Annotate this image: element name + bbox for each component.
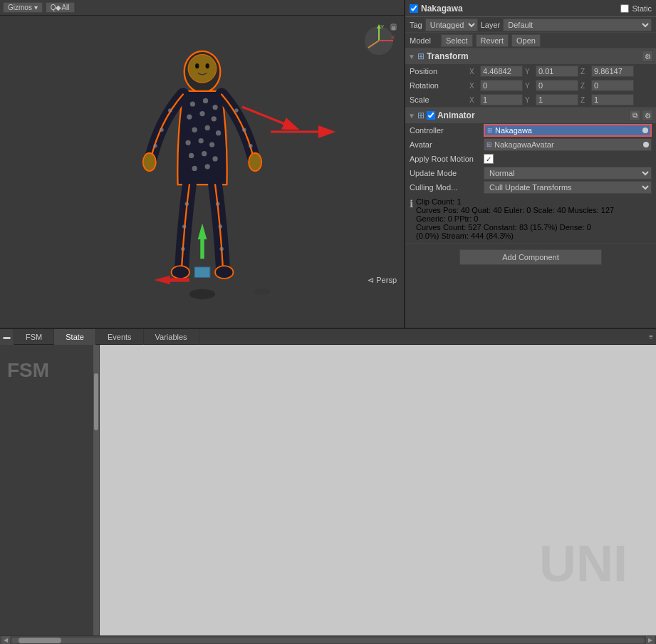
avatar-value[interactable]: ⊞ NakagawaAvatar (484, 138, 652, 151)
scroll-left-btn[interactable]: ◀ (1, 636, 10, 645)
culling-mode-select[interactable]: Cull Update Transforms (484, 181, 652, 194)
all-button[interactable]: Q◆All (46, 2, 75, 13)
animator-header[interactable]: ▼ ⊞ Animator ⧉ ⚙ (405, 108, 656, 123)
controller-value[interactable]: ⊞ Nakagawa (484, 124, 652, 137)
tab-variables[interactable]: Variables (144, 329, 199, 345)
rot-z-input[interactable] (591, 80, 634, 91)
svg-point-13 (185, 140, 190, 145)
collapse-button[interactable]: ▬ (0, 329, 14, 345)
tab-options[interactable]: ≡ (646, 331, 656, 342)
open-button[interactable]: Open (511, 34, 541, 47)
info-line4: Curves Count: 527 Constant: 83 (15.7%) D… (416, 223, 614, 232)
svg-point-1 (188, 54, 217, 83)
update-mode-select[interactable]: Normal (484, 167, 652, 180)
rotation-field: X Y Z (469, 80, 652, 91)
info-icon: ℹ (410, 198, 413, 209)
pos-z-input[interactable] (591, 66, 634, 77)
info-line2: Curves Pos: 40 Quat: 40 Euler: 0 Scale: … (416, 206, 614, 214)
revert-button[interactable]: Revert (476, 34, 509, 47)
tab-state[interactable]: State (54, 329, 96, 345)
transform-title: Transform (427, 51, 640, 61)
svg-point-15 (209, 142, 214, 147)
apply-root-label: Apply Root Motion (410, 155, 481, 163)
pos-x-input[interactable] (480, 66, 523, 77)
rot-x-label: X (469, 82, 478, 90)
scroll-thumb[interactable] (19, 638, 61, 643)
svg-point-24 (153, 144, 157, 147)
controller-name: Nakagawa (495, 126, 532, 135)
svg-point-14 (198, 138, 203, 143)
static-label: Static (632, 4, 652, 13)
controller-dot[interactable] (642, 128, 648, 133)
tab-events[interactable]: Events (96, 329, 144, 345)
avatar-dot[interactable] (643, 142, 649, 147)
scale-x-input[interactable] (480, 94, 523, 105)
transform-section: ▼ ⊞ Transform ⚙ Position X Y Z (405, 48, 656, 108)
avatar-name: NakagawaAvatar (494, 140, 554, 149)
svg-point-4 (189, 101, 194, 106)
tag-select[interactable]: Untagged (425, 19, 478, 31)
svg-text:X: X (391, 34, 395, 41)
animator-icon: ⊞ (417, 110, 425, 120)
scroll-right-btn[interactable]: ▶ (646, 636, 655, 645)
fsm-scrollbar[interactable] (93, 345, 99, 635)
rot-x-input[interactable] (480, 80, 523, 91)
static-checkbox[interactable] (620, 4, 629, 13)
bottom-panel: ▬ FSM State Events Variables ≡ FSM UNI ◀… (0, 328, 656, 644)
controller-row: Controller ⊞ Nakagawa (405, 123, 656, 137)
animator-settings-btn[interactable]: ⚙ (642, 110, 653, 121)
inspector-panel: Nakagawa Static Tag Untagged Layer Defau… (405, 0, 656, 328)
scale-y-input[interactable] (536, 94, 578, 105)
info-line5: (0.0%) Stream: 444 (84.3%) (416, 232, 614, 240)
gizmos-button[interactable]: Gizmos ▾ (3, 2, 43, 13)
add-component-button[interactable]: Add Component (459, 249, 602, 265)
character-area (0, 16, 404, 328)
fsm-watermark: UNI (539, 534, 628, 593)
bottom-scrollbar: ◀ ▶ (0, 635, 656, 644)
avatar-row: Avatar ⊞ NakagawaAvatar (405, 137, 656, 152)
transform-btns: ⚙ (642, 51, 653, 62)
fsm-label: FSM (0, 345, 99, 396)
fsm-main[interactable]: UNI (100, 345, 656, 635)
svg-point-34 (219, 247, 223, 251)
svg-point-10 (192, 128, 197, 133)
transform-settings-btn[interactable]: ⚙ (642, 51, 653, 62)
rot-y-input[interactable] (536, 80, 578, 91)
character-svg (88, 36, 316, 307)
bottom-content: FSM UNI (0, 345, 656, 635)
inspector-header: Nakagawa Static (405, 0, 656, 17)
svg-point-17 (202, 151, 207, 156)
animator-title: Animator (437, 110, 627, 120)
position-row: Position X Y Z (405, 64, 656, 78)
scale-row: Scale X Y Z (405, 93, 656, 107)
fsm-scrollbar-thumb[interactable] (94, 373, 98, 430)
scale-z-input[interactable] (591, 94, 634, 105)
position-label: Position (410, 67, 467, 76)
pos-z-label: Z (580, 68, 589, 76)
bottom-tabs: ▬ FSM State Events Variables ≡ (0, 329, 656, 345)
scroll-track[interactable] (11, 638, 645, 643)
rotation-row: Rotation X Y Z (405, 78, 656, 93)
animator-btns: ⧉ ⚙ (629, 110, 653, 121)
persp-label: ⊲ Persp (368, 276, 397, 285)
tab-fsm[interactable]: FSM (14, 329, 54, 345)
transform-header[interactable]: ▼ ⊞ Transform ⚙ (405, 48, 656, 64)
svg-point-5 (202, 98, 207, 103)
info-line3: Generic: 0 PPtr: 0 (416, 214, 614, 223)
pos-y-input[interactable] (536, 66, 578, 77)
svg-point-8 (199, 111, 204, 116)
animator-enabled-checkbox[interactable] (427, 111, 435, 120)
svg-point-11 (204, 125, 209, 130)
fsm-sidebar: FSM (0, 345, 100, 635)
tag-layer-row: Tag Untagged Layer Default (405, 17, 656, 33)
svg-rect-37 (194, 267, 210, 277)
apply-root-checkbox[interactable]: ✓ (484, 154, 494, 164)
layer-select[interactable]: Default (503, 19, 652, 31)
object-name: Nakagawa (421, 4, 618, 14)
select-button[interactable]: Select (441, 34, 473, 47)
svg-point-32 (216, 202, 219, 206)
rotation-label: Rotation (410, 81, 467, 90)
object-active-checkbox[interactable] (410, 4, 418, 13)
rot-y-label: Y (525, 82, 533, 90)
animator-copy-btn[interactable]: ⧉ (629, 110, 640, 121)
